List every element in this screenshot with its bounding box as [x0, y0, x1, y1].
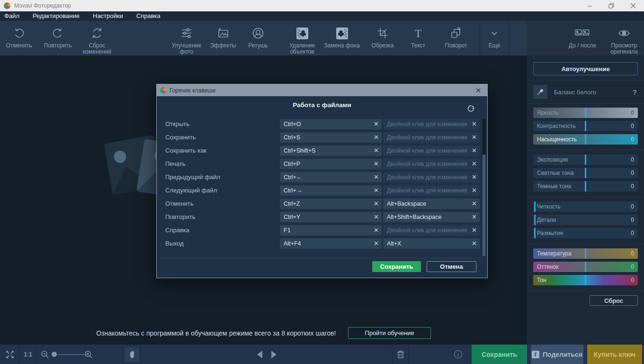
hotkey-secondary-input[interactable]: Двойной клик для изменения ✕	[383, 132, 480, 143]
undo-button[interactable]: Отменить	[0, 21, 38, 55]
tint-slider[interactable]: Оттенок 0	[533, 262, 638, 272]
hotkey-primary-input[interactable]: Ctrl+O ✕	[280, 119, 382, 129]
clear-hotkey-icon[interactable]: ✕	[472, 238, 477, 249]
hotkey-secondary-input[interactable]: Двойной клик для изменения ✕	[383, 159, 480, 169]
slider-handle[interactable]	[585, 168, 586, 178]
highlights-slider[interactable]: Светлые тона 0	[533, 168, 638, 178]
clear-hotkey-icon[interactable]: ✕	[472, 132, 477, 143]
slider-handle[interactable]	[585, 155, 586, 165]
reset-adjustments-button[interactable]: Сброс	[590, 295, 638, 306]
reset-changes-button[interactable]: Сброс изменений	[77, 21, 117, 55]
menu-help[interactable]: Справка	[130, 11, 167, 21]
help-icon[interactable]: ?	[633, 88, 637, 96]
dialog-save-button[interactable]: Сохранить	[372, 261, 421, 272]
minimize-icon[interactable]	[579, 3, 600, 9]
menu-edit[interactable]: Редактирование	[26, 11, 86, 21]
clear-hotkey-icon[interactable]: ✕	[374, 199, 379, 209]
clear-hotkey-icon[interactable]: ✕	[374, 132, 379, 143]
take-tutorial-button[interactable]: Пройти обучение	[348, 327, 430, 339]
hue-slider[interactable]: Тон 0	[533, 275, 638, 285]
clear-hotkey-icon[interactable]: ✕	[374, 185, 379, 196]
clear-hotkey-icon[interactable]: ✕	[472, 146, 477, 156]
redo-button[interactable]: Повторить	[39, 21, 77, 55]
auto-enhance-button[interactable]: Автоулучшение	[533, 62, 638, 75]
tool-crop[interactable]: Обрезка	[364, 21, 402, 55]
dialog-titlebar[interactable]: Горячие клавиши ✕	[157, 84, 487, 96]
hotkey-primary-input[interactable]: Ctrl+→ ✕	[280, 185, 382, 196]
share-button[interactable]: f Поделиться	[531, 345, 583, 364]
hotkey-secondary-input[interactable]: Alt+X ✕	[383, 238, 480, 249]
hotkey-primary-input[interactable]: F1 ✕	[280, 225, 382, 236]
tool-rotate[interactable]: Поворот	[436, 21, 476, 55]
hotkey-primary-input[interactable]: Ctrl+← ✕	[280, 172, 382, 182]
hotkey-primary-input[interactable]: Alt+F4 ✕	[280, 238, 382, 249]
fit-to-screen-button[interactable]	[3, 345, 17, 364]
zoom-in-button[interactable]	[83, 345, 94, 364]
hand-tool-button[interactable]	[125, 347, 139, 362]
tool-effects[interactable]: Эффекты	[206, 21, 240, 55]
previous-image-button[interactable]	[254, 345, 265, 364]
restore-icon[interactable]	[600, 3, 622, 9]
clear-hotkey-icon[interactable]: ✕	[472, 212, 477, 222]
reset-hotkeys-button[interactable]	[467, 105, 475, 113]
tool-replace-background[interactable]: Замена фона	[324, 21, 360, 55]
slider-handle[interactable]	[585, 275, 586, 285]
close-icon[interactable]	[622, 3, 644, 9]
image-info-button[interactable]: i	[451, 345, 465, 364]
slider-handle[interactable]	[585, 134, 586, 145]
clear-hotkey-icon[interactable]: ✕	[374, 238, 379, 249]
sharpness-slider[interactable]: Четкость 0	[533, 201, 638, 212]
clear-hotkey-icon[interactable]: ✕	[472, 185, 477, 196]
eyedropper-button[interactable]	[533, 85, 547, 99]
menu-file[interactable]: Файл	[0, 11, 26, 21]
blur-slider[interactable]: Размытие 0	[533, 228, 638, 238]
save-button[interactable]: Сохранить	[472, 345, 527, 364]
slider-handle[interactable]	[534, 201, 536, 212]
dialog-scrollbar-thumb[interactable]	[483, 155, 485, 256]
dialog-cancel-button[interactable]: Отмена	[427, 261, 476, 272]
contrast-slider[interactable]: Контрастность 0	[533, 121, 638, 131]
tool-retouch[interactable]: Ретушь	[241, 21, 276, 55]
slider-handle[interactable]	[585, 108, 586, 118]
view-original-button[interactable]: Просмотр оригинала	[605, 21, 644, 55]
hotkey-primary-input[interactable]: Ctrl+P ✕	[280, 159, 382, 169]
clear-hotkey-icon[interactable]: ✕	[472, 172, 477, 182]
dialog-scrollbar[interactable]	[483, 119, 485, 256]
clear-hotkey-icon[interactable]: ✕	[374, 212, 379, 222]
hotkey-secondary-input[interactable]: Двойной клик для изменения ✕	[383, 172, 480, 182]
hotkey-primary-input[interactable]: Ctrl+Z ✕	[280, 199, 382, 209]
tool-more[interactable]: Ещё	[480, 21, 509, 55]
clear-hotkey-icon[interactable]: ✕	[374, 225, 379, 236]
actual-size-button[interactable]: 1:1	[21, 345, 35, 364]
clear-hotkey-icon[interactable]: ✕	[472, 199, 477, 209]
slider-handle[interactable]	[585, 181, 586, 191]
hotkey-secondary-input[interactable]: Alt+Backspace ✕	[383, 199, 480, 209]
hotkey-secondary-input[interactable]: Двойной клик для изменения ✕	[383, 146, 480, 156]
hotkey-primary-input[interactable]: Ctrl+Shift+S ✕	[280, 146, 382, 156]
clear-hotkey-icon[interactable]: ✕	[374, 172, 379, 182]
dialog-close-icon[interactable]: ✕	[473, 84, 483, 96]
temperature-slider[interactable]: Температура 0	[533, 248, 638, 259]
brightness-slider[interactable]: Яркость 0	[533, 108, 638, 118]
zoom-slider-track[interactable]	[58, 354, 87, 355]
tool-remove-objects[interactable]: Удаление объектов	[281, 21, 323, 55]
next-image-button[interactable]	[268, 345, 279, 364]
menu-settings[interactable]: Настройки	[86, 11, 130, 21]
clear-hotkey-icon[interactable]: ✕	[374, 119, 379, 129]
clear-hotkey-icon[interactable]: ✕	[472, 159, 477, 169]
hotkey-primary-input[interactable]: Ctrl+S ✕	[280, 132, 382, 143]
clear-hotkey-icon[interactable]: ✕	[472, 225, 477, 236]
clear-hotkey-icon[interactable]: ✕	[374, 159, 379, 169]
slider-handle[interactable]	[585, 262, 586, 272]
zoom-out-button[interactable]	[40, 345, 50, 364]
hotkey-secondary-input[interactable]: Двойной клик для изменения ✕	[383, 119, 480, 129]
clear-hotkey-icon[interactable]: ✕	[472, 119, 477, 129]
clear-hotkey-icon[interactable]: ✕	[374, 146, 379, 156]
hotkey-secondary-input[interactable]: Двойной клик для изменения ✕	[383, 185, 480, 196]
slider-handle[interactable]	[585, 248, 586, 259]
delete-image-button[interactable]	[394, 345, 407, 364]
zoom-slider-handle[interactable]	[52, 352, 57, 357]
exposure-slider[interactable]: Экспозиция 0	[533, 155, 638, 165]
buy-key-button[interactable]: Купить ключ	[587, 345, 642, 364]
tool-enhance[interactable]: Улучшение фото	[167, 21, 206, 55]
